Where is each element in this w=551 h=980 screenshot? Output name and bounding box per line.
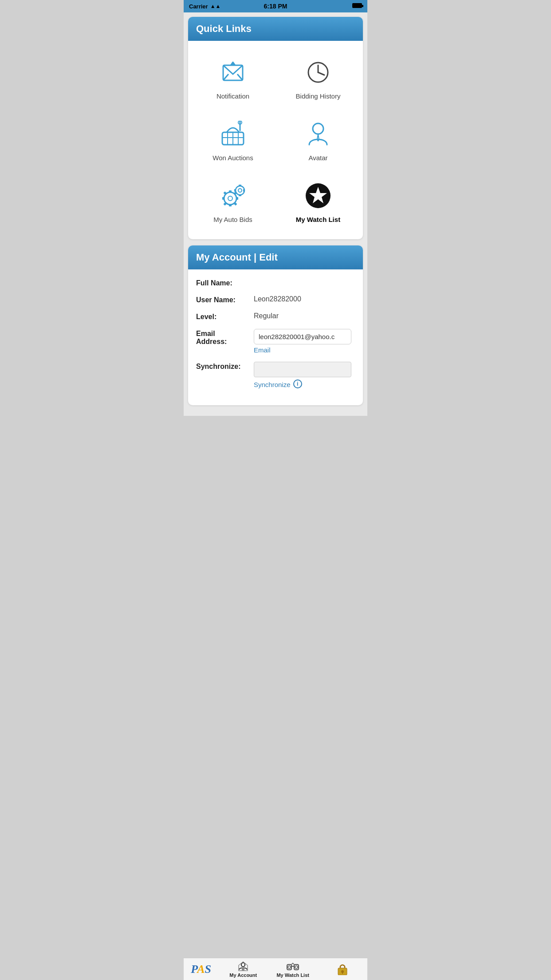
quick-link-bidding-history[interactable]: Bidding History	[278, 50, 358, 107]
svg-point-19	[228, 196, 232, 201]
svg-point-29	[238, 189, 242, 192]
quick-link-my-auto-bids[interactable]: My Auto Bids	[193, 173, 273, 230]
username-label: User Name:	[196, 295, 254, 304]
synchronize-container: Synchronize i	[254, 362, 351, 388]
svg-rect-20	[229, 190, 232, 193]
quick-links-header: Quick Links	[188, 17, 363, 41]
wifi-icon: ▲▲	[210, 3, 221, 9]
level-row: Level: Regular	[196, 312, 355, 321]
full-name-label: Full Name:	[196, 278, 254, 287]
synchronize-row: Synchronize: Synchronize i	[196, 362, 355, 388]
full-name-row: Full Name:	[196, 278, 355, 287]
battery-icon	[352, 3, 362, 9]
carrier-label: Carrier	[189, 3, 208, 10]
my-watch-list-icon	[303, 180, 334, 211]
svg-line-1	[223, 74, 228, 80]
carrier-wifi: Carrier ▲▲	[189, 3, 220, 10]
quick-links-grid: Notification Bidding History	[188, 41, 363, 239]
account-body: Full Name: User Name: Leon28282000 Level…	[188, 269, 363, 405]
synchronize-label: Synchronize:	[196, 362, 254, 371]
username-row: User Name: Leon28282000	[196, 295, 355, 304]
email-row: EmailAddress: Email	[196, 329, 355, 354]
svg-line-5	[318, 72, 324, 75]
quick-link-avatar[interactable]: Avatar	[278, 111, 358, 169]
main-content: Quick Links Notification	[184, 12, 367, 416]
svg-line-2	[237, 74, 243, 80]
avatar-icon	[303, 119, 334, 150]
bidding-history-label: Bidding History	[296, 92, 341, 100]
quick-links-card: Quick Links Notification	[188, 17, 363, 239]
svg-rect-31	[239, 194, 241, 196]
synchronize-link[interactable]: Synchronize	[254, 381, 291, 388]
my-account-header: My Account | Edit	[188, 245, 363, 269]
svg-line-15	[318, 134, 319, 139]
bidding-history-icon	[303, 57, 334, 88]
quick-link-won-auctions[interactable]: Won Auctions	[193, 111, 273, 169]
quick-links-title: Quick Links	[196, 23, 355, 35]
synchronize-input[interactable]	[254, 362, 351, 377]
my-account-card: My Account | Edit Full Name: User Name: …	[188, 245, 363, 405]
my-auto-bids-label: My Auto Bids	[213, 216, 252, 223]
svg-rect-21	[229, 204, 232, 206]
won-auctions-label: Won Auctions	[213, 154, 253, 162]
quick-link-my-watch-list[interactable]: My Watch List	[278, 173, 358, 230]
username-value: Leon28282000	[254, 295, 301, 303]
my-auto-bids-icon	[217, 180, 248, 211]
notification-icon	[217, 57, 248, 88]
level-label: Level:	[196, 312, 254, 321]
svg-rect-22	[222, 197, 224, 200]
email-link[interactable]: Email	[254, 346, 351, 354]
won-auctions-icon	[217, 119, 248, 150]
svg-rect-32	[234, 189, 236, 192]
status-bar: Carrier ▲▲ 6:18 PM	[184, 0, 367, 12]
time-display: 6:18 PM	[264, 3, 287, 10]
level-value: Regular	[254, 312, 279, 320]
svg-point-18	[224, 192, 236, 205]
svg-rect-30	[239, 185, 241, 186]
quick-link-notification[interactable]: Notification	[193, 50, 273, 107]
email-input[interactable]	[254, 329, 351, 344]
sync-link-row: Synchronize i	[254, 379, 351, 388]
svg-point-13	[313, 123, 323, 134]
my-watch-list-label: My Watch List	[296, 216, 340, 223]
avatar-label: Avatar	[308, 154, 327, 162]
svg-rect-23	[236, 197, 238, 200]
email-label: EmailAddress:	[196, 329, 254, 346]
svg-rect-33	[243, 189, 245, 192]
notification-label: Notification	[216, 92, 249, 100]
my-account-title: My Account | Edit	[196, 252, 355, 263]
email-field-container: Email	[254, 329, 351, 354]
sync-info-icon[interactable]: i	[293, 379, 302, 388]
